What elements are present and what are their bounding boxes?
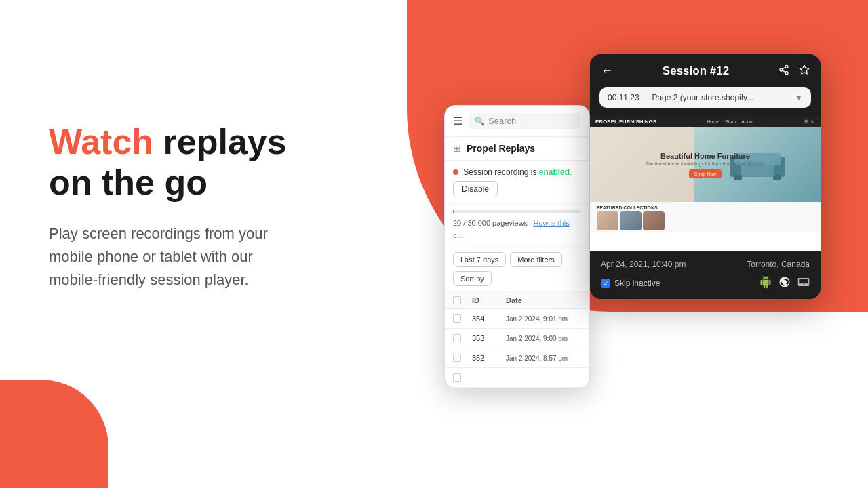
player-controls: ✓ Skip inactive xyxy=(601,276,810,291)
app-name-label: Propel Replays xyxy=(467,143,535,154)
bg-coral-bottom-left xyxy=(0,380,108,488)
product-thumb-3 xyxy=(643,211,665,230)
headline: Watch replayson the go xyxy=(49,122,287,203)
session-location: Torronto, Canada xyxy=(747,260,810,269)
products-section: FEATURED COLLECTIONS xyxy=(590,202,821,232)
hero-subtitle: The finest home furnishings for the urba… xyxy=(646,161,765,166)
app-name-row: ⊞ Propel Replays xyxy=(445,137,589,161)
row-checkbox[interactable] xyxy=(453,334,461,342)
filters-row: Last 7 days More filters Sort by xyxy=(445,247,589,292)
player-topbar: ← Session #12 xyxy=(590,54,821,87)
col-date-header: Date xyxy=(506,296,581,304)
svg-marker-5 xyxy=(800,65,808,74)
phone-mockup-left: ☰ 🔍 Search ⊞ Propel Replays Session reco… xyxy=(444,105,590,388)
player-url-bar[interactable]: 00:11:23 — Page 2 (your-store.shopify...… xyxy=(599,87,811,108)
mock-nav: Home Shop About xyxy=(707,119,753,124)
url-text: 00:11:23 — Page 2 (your-store.shopify... xyxy=(608,93,753,102)
phone-topbar: ☰ 🔍 Search xyxy=(445,106,589,137)
share-icon[interactable] xyxy=(778,64,789,78)
tablet-icon xyxy=(797,276,810,291)
disable-button[interactable]: Disable xyxy=(453,181,498,197)
url-chevron-icon: ▼ xyxy=(795,93,803,102)
products-label: FEATURED COLLECTIONS xyxy=(594,204,816,211)
row-checkbox[interactable] xyxy=(453,354,461,362)
headline-watch: Watch xyxy=(49,122,153,161)
search-icon: 🔍 xyxy=(475,117,485,126)
hero-title: Beautiful Home Furniture xyxy=(646,152,765,160)
left-content: Watch replayson the go Play screen recor… xyxy=(49,122,287,291)
table-row[interactable]: 354 Jan 2 2024, 9:01 pm xyxy=(445,309,589,329)
status-dot xyxy=(453,169,458,175)
pageviews-text: 20 / 30,000 pageviews xyxy=(453,219,528,227)
sort-by-button[interactable]: Sort by xyxy=(453,271,492,286)
row-date: Jan 2 2024, 9:00 pm xyxy=(506,335,581,342)
row-id: 352 xyxy=(472,354,506,362)
search-text: Search xyxy=(488,116,516,126)
col-id-header: ID xyxy=(472,296,506,304)
skip-inactive-label: Skip inactive xyxy=(614,279,660,288)
mock-hero: Beautiful Home Furniture The finest home… xyxy=(590,127,821,202)
star-icon[interactable] xyxy=(799,64,810,78)
svg-rect-11 xyxy=(773,175,781,180)
more-filters-button[interactable]: More filters xyxy=(510,252,561,267)
row-id: 353 xyxy=(472,334,506,342)
shop-now-button: Shop Now xyxy=(689,169,722,178)
session-date: Apr 24, 2021, 10:40 pm xyxy=(601,260,686,269)
search-bar[interactable]: 🔍 Search xyxy=(468,113,581,129)
mock-header: PROPEL FURNISHINGS Home Shop About ⊞ ∿ xyxy=(590,116,821,127)
grid-icon: ⊞ xyxy=(453,143,461,154)
skip-inactive-checkbox[interactable]: ✓ xyxy=(601,279,610,288)
subtext: Play screen recordings from yourmobile p… xyxy=(49,222,287,291)
hero-text: Beautiful Home Furniture The finest home… xyxy=(646,152,765,178)
progress-bar-outer xyxy=(453,210,581,213)
session-player: ← Session #12 00:11:23 — Page 2 (your-st… xyxy=(590,54,821,299)
table-row[interactable]: 352 Jan 2 2024, 8:57 pm xyxy=(445,348,589,368)
android-icon xyxy=(760,276,772,291)
enabled-text: enabled. xyxy=(539,167,572,177)
table-header: ID Date xyxy=(445,292,589,309)
svg-line-3 xyxy=(783,70,786,73)
date-location-row: Apr 24, 2021, 10:40 pm Torronto, Canada xyxy=(601,260,810,269)
recording-label: Session recording is xyxy=(463,167,536,177)
row-checkbox[interactable] xyxy=(453,373,461,382)
player-bottom: Apr 24, 2021, 10:40 pm Torronto, Canada … xyxy=(590,251,821,299)
brand-name: PROPEL FURNISHINGS xyxy=(595,119,656,125)
table-row[interactable] xyxy=(445,368,589,388)
recording-status: Session recording is enabled. Disable xyxy=(445,161,589,205)
row-date: Jan 2 2024, 8:57 pm xyxy=(506,354,581,362)
row-date: Jan 2 2024, 9:01 pm xyxy=(506,315,581,323)
last-7-days-button[interactable]: Last 7 days xyxy=(453,252,506,267)
skip-inactive-control[interactable]: ✓ Skip inactive xyxy=(601,279,660,288)
row-checkbox[interactable] xyxy=(453,314,461,323)
row-id: 354 xyxy=(472,314,506,323)
back-button[interactable]: ← xyxy=(601,64,613,78)
player-icons xyxy=(778,64,810,78)
product-thumbnails xyxy=(594,211,816,230)
product-thumb-2 xyxy=(620,211,642,230)
session-title: Session #12 xyxy=(663,64,729,78)
svg-line-4 xyxy=(783,67,786,69)
progress-area: 20 / 30,000 pageviews How is this c... xyxy=(445,205,589,247)
website-preview: PROPEL FURNISHINGS Home Shop About ⊞ ∿ B… xyxy=(590,116,821,251)
device-icons xyxy=(760,276,810,291)
table-row[interactable]: 353 Jan 2 2024, 9:00 pm xyxy=(445,329,589,348)
header-checkbox[interactable] xyxy=(453,296,461,304)
chrome-icon xyxy=(778,276,791,291)
product-thumb-1 xyxy=(597,211,618,230)
hamburger-icon[interactable]: ☰ xyxy=(453,115,462,127)
